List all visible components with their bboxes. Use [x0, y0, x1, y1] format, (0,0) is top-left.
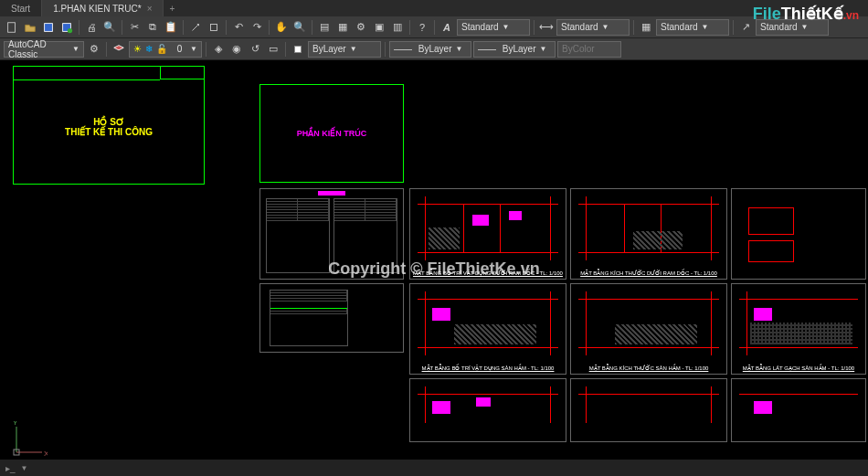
drawing-title: MẶT BẰNG KÍCH THƯỚC DƯỚI RAM DỐC - TL: 1…	[580, 270, 717, 276]
layeriso-icon[interactable]: ◈	[210, 41, 227, 58]
lineweight-dropdown[interactable]: —— ByLayer▼	[473, 41, 556, 58]
dd-label: ByColor	[562, 44, 595, 54]
cut-icon[interactable]: ✂	[126, 19, 143, 36]
color-icon[interactable]	[290, 41, 306, 58]
linetype-dropdown[interactable]: —— ByLayer▼	[389, 41, 471, 58]
pan-icon[interactable]: ✋	[273, 19, 290, 36]
sep	[633, 20, 634, 35]
new-icon[interactable]	[4, 19, 20, 36]
plotstyle-dropdown[interactable]: ByColor	[557, 41, 621, 58]
dim-icon[interactable]: ⟷	[538, 19, 555, 36]
svg-rect-0	[8, 22, 16, 32]
chevron-down-icon: ▼	[602, 23, 609, 31]
workspace-dropdown[interactable]: AutoCAD Classic▼	[4, 41, 84, 58]
sep	[385, 42, 386, 57]
close-icon[interactable]: ×	[147, 4, 153, 14]
tab-start-label: Start	[11, 4, 30, 14]
mleader-icon[interactable]: ↗	[737, 19, 754, 36]
sep	[409, 20, 410, 35]
dd-label: Standard	[461, 22, 499, 32]
drawing-title: MẶT BẰNG BỐ TRÍ VẬT DỤNG DƯỚI RAM DỐC - …	[413, 270, 563, 276]
sep	[106, 42, 107, 57]
tab-file-label: 1.PHAN KIEN TRUC*	[53, 4, 142, 14]
sheet-line	[14, 79, 160, 80]
svg-rect-1	[45, 23, 53, 31]
sheet-phan: PHẦN KIẾN TRÚC	[259, 84, 404, 183]
plan	[418, 196, 558, 260]
saveas-icon[interactable]	[58, 19, 75, 36]
sheet-hoso-title: HỒ SƠ THIẾT KẾ THI CÔNG	[14, 117, 204, 137]
plan	[418, 291, 558, 355]
open-icon[interactable]	[22, 19, 38, 36]
tab-start[interactable]: Start	[0, 0, 42, 16]
layer-icon[interactable]	[111, 41, 127, 58]
ucs-icon: Y X	[11, 421, 48, 458]
chevron-down-icon: ▼	[801, 23, 809, 31]
drawing-1: MẶT BẰNG BỐ TRÍ VẬT DỤNG DƯỚI RAM DỐC - …	[409, 188, 566, 280]
zoom-icon[interactable]: 🔍	[291, 19, 308, 36]
sep	[269, 20, 270, 35]
gear-icon[interactable]: ⚙	[86, 41, 102, 58]
drawing-2: MẶT BẰNG KÍCH THƯỚC DƯỚI RAM DỐC - TL: 1…	[570, 188, 727, 280]
table-sheet-2	[259, 283, 404, 353]
sep	[183, 20, 184, 35]
dc-icon[interactable]: ▦	[334, 19, 351, 36]
sep	[534, 20, 535, 35]
drawing-4: MẶT BẰNG KÍCH THƯỚC SÀN HẦM - TL: 1/100	[570, 283, 727, 375]
help-icon[interactable]: ?	[414, 19, 430, 36]
sep	[226, 20, 227, 35]
dimstyle-dropdown[interactable]: Standard▼	[556, 19, 630, 36]
preview-icon[interactable]: 🔍	[101, 19, 118, 36]
props-icon[interactable]: ▤	[316, 19, 333, 36]
plan	[739, 386, 858, 423]
command-input[interactable]	[33, 463, 216, 473]
plan	[739, 291, 858, 355]
layer-dropdown[interactable]: ☀❄🔓 0▼	[129, 41, 202, 58]
layerstate-icon[interactable]: ▭	[265, 41, 281, 58]
sheet-hoso: HỒ SƠ THIẾT KẾ THI CÔNG	[13, 66, 205, 185]
tablestyle-dropdown[interactable]: Standard▼	[656, 19, 729, 36]
t1: HỒ SƠ	[14, 117, 204, 127]
tool-icon[interactable]: ⚙	[353, 19, 369, 36]
svg-text:X: X	[44, 450, 48, 458]
plot-icon[interactable]: 🖨	[83, 19, 100, 36]
paste-icon[interactable]: 📋	[163, 19, 179, 36]
text-icon[interactable]: A	[439, 19, 455, 36]
undo-icon[interactable]: ↶	[230, 19, 247, 36]
chevron-down-icon: ▼	[539, 45, 546, 53]
drawing-canvas[interactable]: HỒ SƠ THIẾT KẾ THI CÔNG PHẦN KIẾN TRÚC	[0, 60, 868, 476]
redo-icon[interactable]: ↷	[249, 19, 265, 36]
save-icon[interactable]	[40, 19, 57, 36]
copy-icon[interactable]: ⧉	[144, 19, 161, 36]
chevron-down-icon: ▼	[72, 45, 79, 53]
block-icon[interactable]	[206, 19, 222, 36]
deco	[318, 191, 345, 196]
plan	[418, 386, 558, 423]
calc-icon[interactable]: ▥	[389, 19, 406, 36]
drawing-title: MẶT BẰNG LÁT GẠCH SÀN HẦM - TL: 1/100	[743, 365, 854, 371]
dd-label: AutoCAD Classic	[8, 39, 69, 59]
sheet-phan-title: PHẦN KIẾN TRÚC	[260, 129, 403, 138]
textstyle-dropdown[interactable]: Standard▼	[457, 19, 530, 36]
tab-add-button[interactable]: +	[164, 4, 180, 14]
drawing-8	[731, 378, 866, 442]
tab-file[interactable]: 1.PHAN KIEN TRUC*×	[42, 0, 164, 16]
tab-bar: Start 1.PHAN KIEN TRUC*× +	[0, 0, 868, 16]
sep	[79, 20, 79, 35]
match-icon[interactable]	[187, 19, 204, 36]
table-sheet-1	[259, 188, 404, 280]
drawing-5: MẶT BẰNG LÁT GẠCH SÀN HẦM - TL: 1/100	[731, 283, 866, 375]
layermatch-icon[interactable]: ◉	[228, 41, 245, 58]
table-icon[interactable]: ▦	[638, 19, 654, 36]
plan	[578, 196, 719, 260]
drawing-7	[570, 378, 727, 442]
logo-vn: .vn	[843, 9, 859, 22]
cmd-icon[interactable]: ▸_	[5, 463, 16, 473]
layerprev-icon[interactable]: ↺	[247, 41, 263, 58]
t2: THIẾT KẾ THI CÔNG	[14, 127, 204, 137]
color-dropdown[interactable]: ByLayer▼	[308, 41, 381, 58]
tbl	[270, 290, 348, 346]
sep	[285, 42, 286, 57]
sheet-icon[interactable]: ▣	[371, 19, 387, 36]
chevron-down-icon[interactable]: ▼	[21, 464, 28, 472]
